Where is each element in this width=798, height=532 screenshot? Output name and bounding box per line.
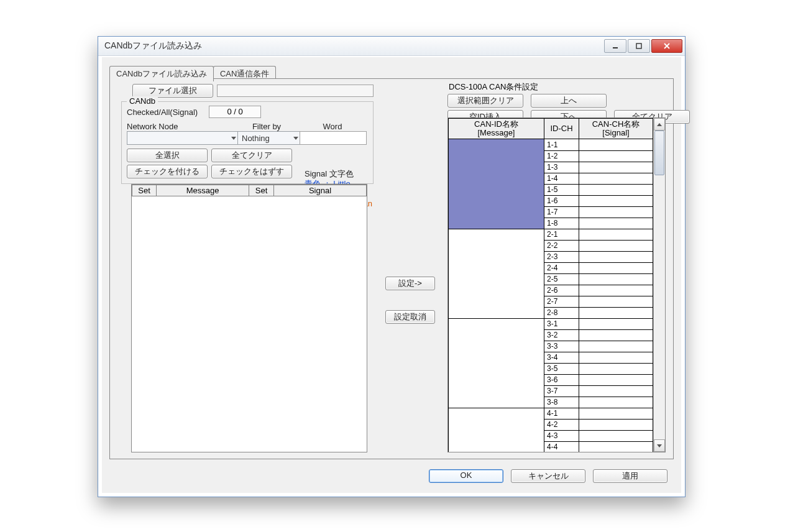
right-table-scrollbar[interactable] <box>653 118 665 452</box>
cell-can-id-name <box>448 273 544 285</box>
cell-can-ch-name <box>579 285 653 296</box>
cell-id-ch: 2-4 <box>544 262 579 274</box>
table-row[interactable]: 3-7 <box>448 385 653 397</box>
cell-id-ch: 2-2 <box>544 240 579 252</box>
select-all-button[interactable]: 全選択 <box>127 149 208 162</box>
table-row[interactable]: 2-4 <box>448 262 653 273</box>
table-row[interactable]: 3-1 <box>448 318 653 329</box>
col-message[interactable]: Message <box>157 185 249 196</box>
dialog-window: CANdbファイル読み込み CANdbファイル読み込み CAN通信条件 ファイル… <box>98 36 686 497</box>
scroll-up-button[interactable] <box>654 118 665 131</box>
cell-can-ch-name <box>579 441 653 452</box>
candb-group: CANdb Checked/All(Signal) 0 / 0 Network … <box>121 101 374 184</box>
table-row[interactable]: 4-4 <box>448 441 653 452</box>
minimize-button[interactable] <box>604 39 626 53</box>
cell-can-ch-name <box>579 307 653 319</box>
cell-can-ch-name <box>579 318 653 330</box>
cell-can-ch-name <box>579 251 653 263</box>
cell-can-id-name <box>448 285 544 296</box>
table-row[interactable]: 1-8 <box>448 218 653 229</box>
table-row[interactable]: 1-6 <box>448 195 653 206</box>
cancel-button[interactable]: キャンセル <box>511 469 585 483</box>
table-row[interactable]: 1-7 <box>448 206 653 218</box>
table-row[interactable]: 3-3 <box>448 341 653 352</box>
cell-id-ch: 2-8 <box>544 307 579 319</box>
col-can-ch-name[interactable]: CAN-CH名称[Signal] <box>579 118 653 139</box>
table-row[interactable]: 2-3 <box>448 251 653 262</box>
close-button[interactable] <box>651 39 682 53</box>
word-input[interactable] <box>300 131 367 145</box>
cell-can-id-name <box>448 184 544 196</box>
file-select-button[interactable]: ファイル選択 <box>132 84 213 98</box>
cell-can-ch-name <box>579 363 653 375</box>
cell-can-ch-name <box>579 374 653 386</box>
col-can-id-name[interactable]: CAN-ID名称[Message] <box>448 118 544 139</box>
cell-can-ch-name <box>579 184 653 196</box>
table-row[interactable]: 3-5 <box>448 363 653 374</box>
cell-can-ch-name <box>579 341 653 352</box>
cell-can-id-name <box>448 419 544 431</box>
table-row[interactable]: 1-1 <box>448 139 653 150</box>
tab-candb-read[interactable]: CANdbファイル読み込み <box>109 66 214 81</box>
cell-can-id-name <box>448 229 544 241</box>
table-row[interactable]: 3-2 <box>448 329 653 341</box>
svg-rect-1 <box>636 44 641 48</box>
network-node-select[interactable] <box>127 131 240 145</box>
filter-by-value: Nothing <box>242 134 270 143</box>
table-row[interactable]: 2-2 <box>448 240 653 251</box>
clear-all-button[interactable]: 全てクリア <box>211 149 292 162</box>
table-row[interactable]: 2-7 <box>448 296 653 307</box>
table-row[interactable]: 3-8 <box>448 397 653 408</box>
ok-button[interactable]: OK <box>429 469 503 483</box>
col-signal[interactable]: Signal <box>274 185 367 196</box>
filter-by-select[interactable]: Nothing <box>237 131 302 145</box>
cell-can-ch-name <box>579 296 653 308</box>
table-row[interactable]: 1-4 <box>448 173 653 184</box>
col-set2[interactable]: Set <box>249 185 274 196</box>
clear-selection-button[interactable]: 選択範囲クリア <box>447 94 523 108</box>
table-row[interactable]: 4-2 <box>448 419 653 430</box>
scroll-down-button[interactable] <box>654 439 665 452</box>
cell-can-id-name <box>448 251 544 263</box>
cell-id-ch: 3-4 <box>544 352 579 364</box>
apply-button[interactable]: 適用 <box>593 469 667 483</box>
unassign-button[interactable]: 設定取消 <box>385 310 435 324</box>
cell-can-ch-name <box>579 150 653 162</box>
table-row[interactable]: 2-1 <box>448 229 653 240</box>
col-set1[interactable]: Set <box>132 185 157 196</box>
maximize-button[interactable] <box>628 39 650 53</box>
check-off-button[interactable]: チェックをはずす <box>211 165 292 178</box>
table-row[interactable]: 1-5 <box>448 184 653 195</box>
table-row[interactable]: 2-6 <box>448 285 653 296</box>
cell-id-ch: 3-5 <box>544 363 579 375</box>
scroll-thumb[interactable] <box>654 131 664 175</box>
table-row[interactable]: 1-2 <box>448 150 653 162</box>
table-row[interactable]: 1-3 <box>448 162 653 173</box>
cell-id-ch: 1-7 <box>544 206 579 218</box>
file-path-field[interactable] <box>217 85 374 97</box>
cell-id-ch: 2-5 <box>544 273 579 285</box>
cell-can-id-name <box>448 397 544 408</box>
cell-id-ch: 1-6 <box>544 195 579 207</box>
cell-can-id-name <box>448 341 544 352</box>
cell-can-id-name <box>448 430 544 442</box>
cell-id-ch: 4-2 <box>544 419 579 431</box>
table-row[interactable]: 3-4 <box>448 352 653 363</box>
cell-can-id-name <box>448 385 544 397</box>
table-row[interactable]: 2-5 <box>448 273 653 285</box>
cell-can-ch-name <box>579 240 653 252</box>
assign-button[interactable]: 設定-> <box>385 277 435 290</box>
move-up-button[interactable]: 上へ <box>531 94 607 108</box>
cell-can-ch-name <box>579 229 653 241</box>
table-row[interactable]: 2-8 <box>448 307 653 318</box>
cell-id-ch: 4-3 <box>544 430 579 442</box>
col-id-ch[interactable]: ID-CH <box>544 118 579 139</box>
cell-id-ch: 1-2 <box>544 150 579 162</box>
message-table[interactable]: Set Message Set Signal <box>131 184 367 452</box>
table-row[interactable]: 4-1 <box>448 408 653 419</box>
table-row[interactable]: 4-3 <box>448 430 653 441</box>
chevron-down-icon <box>293 137 298 140</box>
table-row[interactable]: 3-6 <box>448 374 653 385</box>
cell-can-id-name <box>448 408 544 420</box>
check-on-button[interactable]: チェックを付ける <box>127 165 208 178</box>
